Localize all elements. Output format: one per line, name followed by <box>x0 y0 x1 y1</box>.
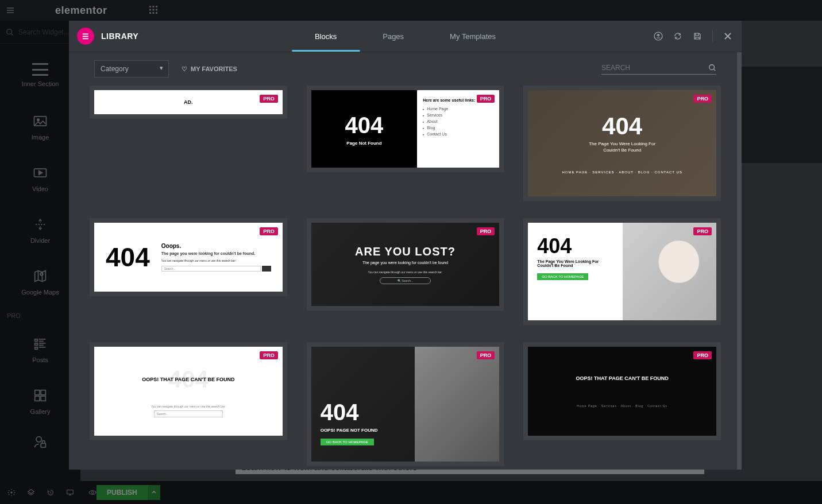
pro-badge: PRO <box>477 351 495 359</box>
templates-grid-wrap[interactable]: PRO AD. PRO 404 Page Not Found Here <box>69 86 742 470</box>
template-thumbnail: 404 OOPS! PAGE NOT FOUND GO BACK TO HOME… <box>311 347 500 462</box>
elementor-logo-icon: ☰ <box>77 28 94 45</box>
svg-point-27 <box>709 64 715 69</box>
modal-header: ☰ LIBRARY Blocks Pages My Templates <box>69 21 742 52</box>
library-tabs: Blocks Pages My Templates <box>292 21 519 52</box>
template-card[interactable]: PRO AD. <box>90 86 287 119</box>
template-card[interactable]: PRO OOPS! THAT PAGE CAN'T BE FOUND Home … <box>523 342 721 440</box>
my-favorites-link[interactable]: ♡ MY FAVORITES <box>182 65 237 73</box>
template-thumbnail: AD. <box>94 90 283 114</box>
favorites-label: MY FAVORITES <box>191 65 237 72</box>
sync-icon[interactable] <box>673 32 682 41</box>
template-card[interactable]: PRO 404 Page Not Found Here are some use… <box>307 86 504 172</box>
library-search[interactable] <box>601 64 716 75</box>
template-thumbnail: 404 Page Not Found Here are some useful … <box>311 90 500 168</box>
pro-badge: PRO <box>477 95 495 103</box>
template-thumbnail: ARE YOU LOST? The page you were looking … <box>311 223 500 306</box>
template-card[interactable]: PRO 404 OOPS! THAT PAGE CAN'T BE FOUND Y… <box>90 342 287 440</box>
search-input[interactable] <box>601 64 708 72</box>
tab-my-templates[interactable]: My Templates <box>427 21 519 52</box>
pro-badge: PRO <box>260 227 278 235</box>
library-toolbar: Category ♡ MY FAVORITES <box>69 52 742 86</box>
search-icon <box>708 64 716 72</box>
pro-badge: PRO <box>693 351 712 359</box>
pro-badge: PRO <box>693 227 712 235</box>
modal-title: LIBRARY <box>101 32 138 41</box>
template-card[interactable]: PRO 404 OOPS! PAGE NOT FOUND GO BACK TO … <box>307 342 504 466</box>
category-select[interactable]: Category <box>94 60 169 77</box>
template-card[interactable]: PRO 404 Ooops. The page you were looking… <box>90 218 287 296</box>
pro-badge: PRO <box>693 95 712 103</box>
tab-pages[interactable]: Pages <box>360 21 427 52</box>
library-modal: ☰ LIBRARY Blocks Pages My Templates Cate… <box>69 21 742 470</box>
templates-grid: PRO AD. PRO 404 Page Not Found Here <box>90 86 721 466</box>
template-card[interactable]: PRO ARE YOU LOST? The page you were look… <box>307 218 504 311</box>
template-card[interactable]: PRO 404 The Page You Were Looking For Co… <box>523 218 721 325</box>
pro-badge: PRO <box>260 351 278 359</box>
template-thumbnail: 404 The Page You Were Looking For Couldn… <box>528 90 716 196</box>
import-icon[interactable] <box>654 32 663 41</box>
template-thumbnail: 404 OOPS! THAT PAGE CAN'T BE FOUND You c… <box>94 347 283 436</box>
template-thumbnail: 404 The Page You Were Looking For Couldn… <box>528 223 716 320</box>
template-thumbnail: OOPS! THAT PAGE CAN'T BE FOUND Home Page… <box>528 347 716 436</box>
template-thumbnail: 404 Ooops. The page you were looking for… <box>94 223 283 292</box>
pro-badge: PRO <box>260 95 278 103</box>
template-card[interactable]: PRO 404 The Page You Were Looking For Co… <box>523 86 721 201</box>
pro-badge: PRO <box>477 227 495 235</box>
close-icon[interactable] <box>723 32 732 41</box>
tab-blocks[interactable]: Blocks <box>292 21 360 52</box>
modal-overlay: ☰ LIBRARY Blocks Pages My Templates Cate… <box>0 0 822 504</box>
heart-icon: ♡ <box>182 65 187 73</box>
divider <box>712 30 713 42</box>
save-icon[interactable] <box>693 32 702 41</box>
